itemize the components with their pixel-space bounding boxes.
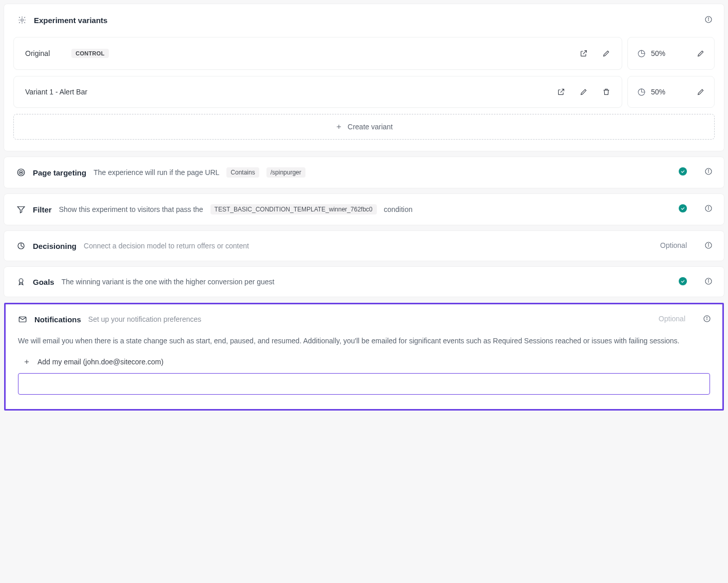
- svg-point-3: [708, 18, 708, 18]
- create-variant-button[interactable]: Create variant: [13, 114, 715, 140]
- svg-point-0: [21, 19, 24, 22]
- create-variant-label: Create variant: [348, 123, 393, 131]
- notifications-card: Notifications Set up your notification p…: [6, 304, 722, 409]
- decisioning-title: Decisioning: [33, 242, 76, 250]
- variant-row: OriginalCONTROL50%: [13, 37, 715, 70]
- filter-title: Filter: [33, 205, 52, 214]
- page-targeting-lead: The experience will run if the page URL: [93, 168, 219, 177]
- variant-name: Original: [25, 49, 50, 57]
- allocation-value: 50%: [651, 88, 665, 96]
- check-icon: [679, 204, 687, 212]
- notification-email-input[interactable]: [18, 373, 710, 395]
- decisioning-card[interactable]: Decisioning Connect a decision model to …: [4, 231, 724, 261]
- filter-template: TEST_BASIC_CONDITION_TEMPLATE_winner_762…: [210, 204, 377, 215]
- svg-point-23: [708, 280, 708, 280]
- decisioning-sub: Connect a decision model to return offer…: [84, 242, 249, 250]
- target-icon: [16, 168, 26, 177]
- experiment-variants-card: Experiment variants OriginalCONTROL50%Va…: [4, 4, 724, 151]
- edit-variant-button[interactable]: [580, 88, 588, 96]
- goals-icon: [16, 277, 26, 286]
- decisioning-icon: [16, 241, 26, 250]
- goals-title: Goals: [33, 278, 54, 286]
- info-icon[interactable]: [704, 167, 713, 176]
- notifications-sub: Set up your notification preferences: [88, 315, 201, 323]
- edit-allocation-button[interactable]: [697, 88, 705, 96]
- edit-variant-button[interactable]: [602, 49, 610, 57]
- svg-point-15: [708, 207, 708, 207]
- variant-allocation: 50%: [627, 76, 715, 108]
- variant-name: Variant 1 - Alert Bar: [25, 88, 87, 96]
- page-targeting-title: Page targeting: [33, 168, 86, 177]
- allocation-value: 50%: [651, 49, 665, 57]
- filter-lead: Show this experiment to visitors that pa…: [59, 205, 203, 213]
- svg-point-8: [21, 172, 22, 173]
- open-variant-button[interactable]: [580, 49, 588, 57]
- variant-row: Variant 1 - Alert Bar50%: [13, 76, 715, 108]
- plus-icon: [335, 123, 342, 130]
- optional-label: Optional: [659, 315, 685, 323]
- variant-main: OriginalCONTROL: [13, 37, 622, 70]
- check-icon: [679, 167, 687, 176]
- notifications-title: Notifications: [34, 315, 81, 324]
- variants-icon: [17, 15, 27, 25]
- page-targeting-operator: Contains: [226, 167, 259, 178]
- svg-point-20: [19, 279, 23, 283]
- check-icon: [679, 277, 687, 285]
- page-targeting-card[interactable]: Page targeting The experience will run i…: [4, 157, 724, 188]
- svg-point-19: [708, 244, 708, 244]
- optional-label: Optional: [660, 241, 687, 249]
- pie-icon: [637, 49, 646, 58]
- mail-icon: [18, 315, 27, 324]
- add-my-email-label: Add my email (john.doe@sitecore.com): [37, 358, 163, 366]
- control-badge: CONTROL: [71, 49, 108, 58]
- filter-card[interactable]: Filter Show this experiment to visitors …: [4, 194, 724, 225]
- edit-allocation-button[interactable]: [697, 49, 705, 57]
- open-variant-button[interactable]: [557, 88, 565, 96]
- page-targeting-value: /spinpurger: [266, 167, 305, 178]
- pie-icon: [637, 88, 646, 96]
- goals-card[interactable]: Goals The winning variant is the one wit…: [4, 267, 724, 297]
- info-icon[interactable]: [704, 204, 713, 212]
- filter-icon: [16, 205, 26, 214]
- delete-variant-button[interactable]: [602, 88, 610, 96]
- add-my-email-button[interactable]: Add my email (john.doe@sitecore.com): [18, 358, 710, 366]
- variant-main: Variant 1 - Alert Bar: [13, 76, 622, 108]
- svg-marker-12: [17, 207, 25, 213]
- info-icon[interactable]: [704, 15, 713, 24]
- info-icon[interactable]: [704, 277, 713, 285]
- svg-point-27: [706, 317, 707, 318]
- info-icon[interactable]: [703, 315, 711, 323]
- goals-sub: The winning variant is the one with the …: [62, 278, 275, 286]
- plus-icon: [23, 358, 30, 365]
- info-icon[interactable]: [704, 241, 713, 249]
- filter-trail: condition: [384, 205, 413, 213]
- svg-point-11: [708, 170, 708, 170]
- notifications-description: We will email you when there is a state …: [18, 335, 710, 346]
- notifications-highlight: Notifications Set up your notification p…: [4, 303, 724, 411]
- variants-title: Experiment variants: [34, 16, 107, 25]
- variant-allocation: 50%: [627, 37, 715, 70]
